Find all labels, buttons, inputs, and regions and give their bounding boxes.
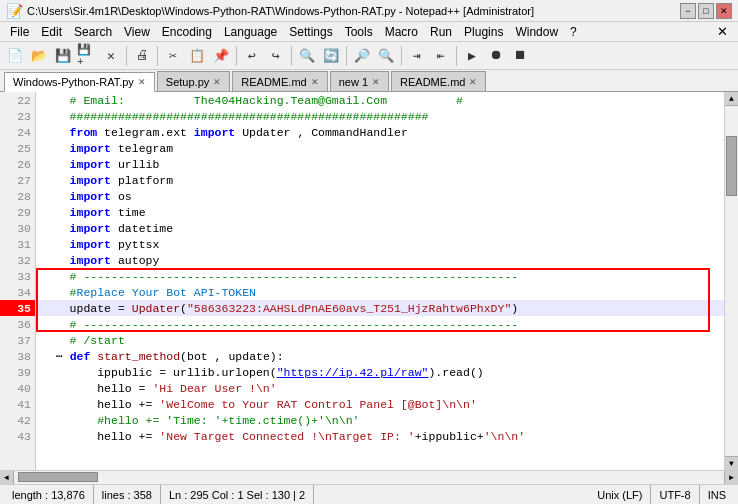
title-bar-controls: − □ ✕ (680, 3, 732, 19)
title-bar: 📝 C:\Users\Sir.4m1R\Desktop\Windows-Pyth… (0, 0, 738, 22)
close-x[interactable]: ✕ (711, 24, 734, 39)
menu-edit[interactable]: Edit (35, 24, 68, 40)
toolbar-close[interactable]: ✕ (100, 45, 122, 67)
code-editor[interactable]: # Email: The404Hacking.Team@Gmail.Com # … (36, 92, 724, 470)
scroll-h-track[interactable] (14, 471, 724, 484)
scroll-down-button[interactable]: ▼ (725, 456, 738, 470)
scroll-track[interactable] (725, 106, 738, 456)
status-mode: INS (700, 485, 734, 504)
menu-help[interactable]: ? (564, 24, 583, 40)
toolbar-redo[interactable]: ↪ (265, 45, 287, 67)
code-line-27: import platform (36, 172, 724, 188)
ln-38: 38 (0, 348, 35, 364)
toolbar-save[interactable]: 💾 (52, 45, 74, 67)
toolbar-zoom-out[interactable]: 🔍 (375, 45, 397, 67)
tab-label: README.md (400, 76, 465, 88)
status-lines: lines : 358 (94, 485, 161, 504)
ln-36: 36 (0, 316, 35, 332)
ln-37: 37 (0, 332, 35, 348)
toolbar-save-all[interactable]: 💾+ (76, 45, 98, 67)
code-container: 22 23 24 25 26 27 28 29 30 31 32 33 34 3… (0, 92, 738, 470)
tab-label: Setup.py (166, 76, 209, 88)
scroll-h-thumb[interactable] (18, 472, 98, 482)
menu-tools[interactable]: Tools (339, 24, 379, 40)
toolbar-new[interactable]: 📄 (4, 45, 26, 67)
tab-close-readme1[interactable]: ✕ (311, 77, 319, 87)
toolbar-zoom-in[interactable]: 🔎 (351, 45, 373, 67)
title-bar-left: 📝 C:\Users\Sir.4m1R\Desktop\Windows-Pyth… (6, 3, 534, 19)
toolbar-sep3 (236, 46, 237, 66)
tab-readme1[interactable]: README.md ✕ (232, 71, 327, 91)
code-line-36: # --------------------------------------… (36, 316, 724, 332)
ln-35-current: 35 (0, 300, 35, 316)
scroll-right-button[interactable]: ► (724, 471, 738, 485)
ln-31: 31 (0, 236, 35, 252)
tab-new1[interactable]: new 1 ✕ (330, 71, 389, 91)
menu-macro[interactable]: Macro (379, 24, 424, 40)
status-encoding: Unix (LF) (589, 485, 651, 504)
toolbar-macro1[interactable]: ▶ (461, 45, 483, 67)
status-length: length : 13,876 (4, 485, 94, 504)
toolbar-cut[interactable]: ✂ (162, 45, 184, 67)
status-position: Ln : 295 Col : 1 Sel : 130 | 2 (161, 485, 314, 504)
menu-file[interactable]: File (4, 24, 35, 40)
tab-setup[interactable]: Setup.py ✕ (157, 71, 230, 91)
ln-29: 29 (0, 204, 35, 220)
toolbar-print[interactable]: 🖨 (131, 45, 153, 67)
toolbar-indent[interactable]: ⇤ (430, 45, 452, 67)
scroll-left-button[interactable]: ◄ (0, 471, 14, 485)
status-format: UTF-8 (651, 485, 699, 504)
toolbar-wrap[interactable]: ⇥ (406, 45, 428, 67)
line-numbers: 22 23 24 25 26 27 28 29 30 31 32 33 34 3… (0, 92, 36, 470)
tab-close-setup[interactable]: ✕ (213, 77, 221, 87)
code-line-29: import time (36, 204, 724, 220)
code-line-38: ⋯ def start_method(bot , update): (36, 348, 724, 364)
toolbar-replace[interactable]: 🔄 (320, 45, 342, 67)
toolbar-copy[interactable]: 📋 (186, 45, 208, 67)
ln-25: 25 (0, 140, 35, 156)
code-line-42: #hello += 'Time: '+time.ctime()+'\n\n' (36, 412, 724, 428)
ln-42: 42 (0, 412, 35, 428)
tab-windows-python-rat[interactable]: Windows-Python-RAT.py ✕ (4, 72, 155, 92)
tab-readme2[interactable]: README.md ✕ (391, 71, 486, 91)
ln-33: 33 (0, 268, 35, 284)
menu-plugins[interactable]: Plugins (458, 24, 509, 40)
toolbar-find[interactable]: 🔍 (296, 45, 318, 67)
ln-40: 40 (0, 380, 35, 396)
menu-language[interactable]: Language (218, 24, 283, 40)
horizontal-scrollbar[interactable]: ◄ ► (0, 470, 738, 484)
ln-34: 34 (0, 284, 35, 300)
window-title: C:\Users\Sir.4m1R\Desktop\Windows-Python… (27, 5, 534, 17)
menu-run[interactable]: Run (424, 24, 458, 40)
scroll-up-button[interactable]: ▲ (725, 92, 738, 106)
code-line-33: # --------------------------------------… (36, 268, 724, 284)
tab-close-readme2[interactable]: ✕ (469, 77, 477, 87)
menu-settings[interactable]: Settings (283, 24, 338, 40)
toolbar-macro3[interactable]: ⏹ (509, 45, 531, 67)
close-button[interactable]: ✕ (716, 3, 732, 19)
menu-encoding[interactable]: Encoding (156, 24, 218, 40)
highlight-block: # --------------------------------------… (36, 268, 724, 332)
ln-43: 43 (0, 428, 35, 444)
ln-26: 26 (0, 156, 35, 172)
code-line-41: hello += 'WelCome to Your RAT Control Pa… (36, 396, 724, 412)
ln-24: 24 (0, 124, 35, 140)
app-icon: 📝 (6, 3, 23, 19)
menu-search[interactable]: Search (68, 24, 118, 40)
minimize-button[interactable]: − (680, 3, 696, 19)
vertical-scrollbar[interactable]: ▲ ▼ (724, 92, 738, 470)
toolbar-paste[interactable]: 📌 (210, 45, 232, 67)
toolbar-macro2[interactable]: ⏺ (485, 45, 507, 67)
ln-23: 23 (0, 108, 35, 124)
tab-close-windows-python-rat[interactable]: ✕ (138, 77, 146, 87)
toolbar-open[interactable]: 📂 (28, 45, 50, 67)
scroll-thumb[interactable] (726, 136, 737, 196)
tab-close-new1[interactable]: ✕ (372, 77, 380, 87)
code-line-23: ########################################… (36, 108, 724, 124)
toolbar-undo[interactable]: ↩ (241, 45, 263, 67)
code-line-31: import pyttsx (36, 236, 724, 252)
toolbar-sep7 (456, 46, 457, 66)
menu-view[interactable]: View (118, 24, 156, 40)
menu-window[interactable]: Window (509, 24, 564, 40)
maximize-button[interactable]: □ (698, 3, 714, 19)
